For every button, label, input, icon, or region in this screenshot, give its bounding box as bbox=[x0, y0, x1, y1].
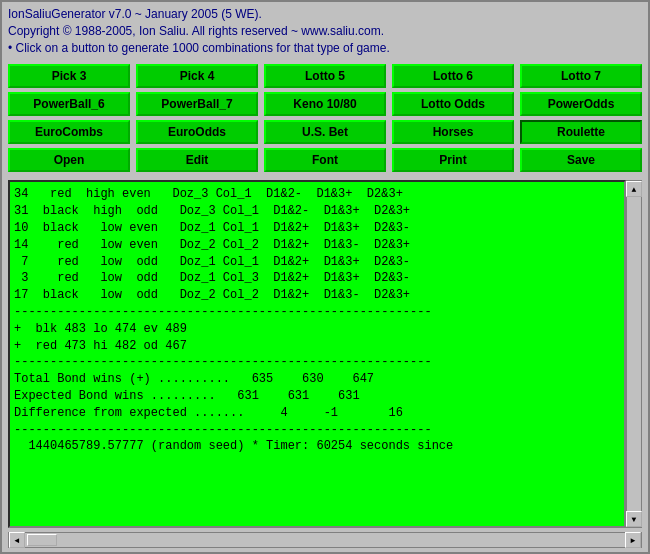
scroll-up-button[interactable]: ▲ bbox=[626, 181, 642, 197]
scroll-right-button[interactable]: ► bbox=[625, 532, 641, 548]
lotto5-button[interactable]: Lotto 5 bbox=[264, 64, 386, 88]
horizontal-scrollbar[interactable]: ◄ ► bbox=[8, 532, 642, 548]
button-row-4: Open Edit Font Print Save bbox=[8, 148, 642, 172]
header-section: IonSaliuGenerator v7.0 ~ January 2005 (5… bbox=[2, 2, 648, 60]
powerball7-button[interactable]: PowerBall_7 bbox=[136, 92, 258, 116]
font-button[interactable]: Font bbox=[264, 148, 386, 172]
button-row-3: EuroCombs EuroOdds U.S. Bet Horses Roule… bbox=[8, 120, 642, 144]
scroll-track bbox=[627, 197, 641, 511]
keno-button[interactable]: Keno 10/80 bbox=[264, 92, 386, 116]
pick3-button[interactable]: Pick 3 bbox=[8, 64, 130, 88]
horses-button[interactable]: Horses bbox=[392, 120, 514, 144]
powerball6-button[interactable]: PowerBall_6 bbox=[8, 92, 130, 116]
lotto6-button[interactable]: Lotto 6 bbox=[392, 64, 514, 88]
header-line1: IonSaliuGenerator v7.0 ~ January 2005 (5… bbox=[8, 6, 642, 23]
print-button[interactable]: Print bbox=[392, 148, 514, 172]
horizontal-scroll-track bbox=[59, 533, 625, 547]
scroll-down-button[interactable]: ▼ bbox=[626, 511, 642, 527]
euroodds-button[interactable]: EuroOdds bbox=[136, 120, 258, 144]
output-text[interactable]: 34 red high even Doz_3 Col_1 D1&2- D1&3+… bbox=[8, 180, 626, 528]
header-line3: • Click on a button to generate 1000 com… bbox=[8, 40, 642, 57]
header-line2: Copyright © 1988-2005, Ion Saliu. All ri… bbox=[8, 23, 642, 40]
lotto7-button[interactable]: Lotto 7 bbox=[520, 64, 642, 88]
roulette-button[interactable]: Roulette bbox=[520, 120, 642, 144]
lottoodds-button[interactable]: Lotto Odds bbox=[392, 92, 514, 116]
scroll-left-button[interactable]: ◄ bbox=[9, 532, 25, 548]
edit-button[interactable]: Edit bbox=[136, 148, 258, 172]
horizontal-scroll-thumb[interactable] bbox=[27, 534, 57, 546]
open-button[interactable]: Open bbox=[8, 148, 130, 172]
vertical-scrollbar[interactable]: ▲ ▼ bbox=[626, 180, 642, 528]
button-row-2: PowerBall_6 PowerBall_7 Keno 10/80 Lotto… bbox=[8, 92, 642, 116]
usbet-button[interactable]: U.S. Bet bbox=[264, 120, 386, 144]
main-window: IonSaliuGenerator v7.0 ~ January 2005 (5… bbox=[0, 0, 650, 554]
button-panel: Pick 3 Pick 4 Lotto 5 Lotto 6 Lotto 7 Po… bbox=[2, 60, 648, 176]
save-button[interactable]: Save bbox=[520, 148, 642, 172]
pick4-button[interactable]: Pick 4 bbox=[136, 64, 258, 88]
button-row-1: Pick 3 Pick 4 Lotto 5 Lotto 6 Lotto 7 bbox=[8, 64, 642, 88]
output-wrapper: 34 red high even Doz_3 Col_1 D1&2- D1&3+… bbox=[8, 180, 642, 528]
powerodds-button[interactable]: PowerOdds bbox=[520, 92, 642, 116]
eurocombs-button[interactable]: EuroCombs bbox=[8, 120, 130, 144]
